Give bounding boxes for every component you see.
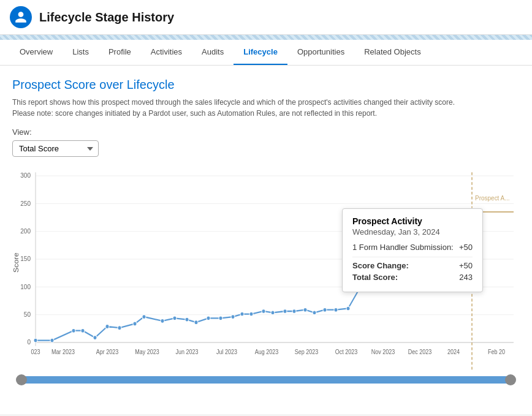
svg-text:250: 250	[20, 199, 31, 207]
svg-point-32	[207, 316, 210, 320]
svg-text:Nov 2023: Nov 2023	[371, 349, 395, 356]
svg-text:Jun 2023: Jun 2023	[175, 349, 198, 356]
svg-point-27	[142, 315, 146, 319]
svg-point-38	[271, 311, 275, 315]
svg-text:Apr 2023: Apr 2023	[96, 349, 119, 356]
tab-opportunities[interactable]: Opportunities	[287, 40, 354, 65]
svg-point-23	[93, 336, 97, 340]
page-title: Lifecycle Stage History	[39, 10, 174, 25]
chart-scrollbar-thumb[interactable]	[18, 376, 514, 384]
svg-point-34	[231, 315, 235, 319]
app-header: Lifecycle Stage History	[0, 0, 532, 35]
tooltip-total-value: 243	[459, 273, 473, 282]
section-title: Prospect Score over Lifecycle	[12, 78, 520, 92]
svg-text:Aug 2023: Aug 2023	[255, 349, 279, 356]
tooltip-form-row: 1 Form Handler Submission: +50	[352, 243, 473, 252]
scrollbar-handle-right[interactable]	[505, 374, 516, 385]
svg-text:150: 150	[20, 255, 31, 263]
svg-point-44	[334, 308, 338, 312]
svg-text:2024: 2024	[447, 349, 460, 356]
svg-text:May 2023: May 2023	[135, 349, 159, 356]
tooltip-form-value: +50	[459, 243, 473, 252]
tooltip-score-label: Score Change:	[352, 261, 409, 270]
tab-lifecycle[interactable]: Lifecycle	[234, 40, 287, 65]
deco-band	[0, 35, 532, 40]
tooltip-form-label: 1 Form Handler Submission:	[352, 243, 454, 252]
view-select[interactable]: Total Score Behavioral Score Profile Sco…	[12, 140, 99, 157]
tooltip-divider	[352, 257, 473, 257]
scrollbar-handle-left[interactable]	[16, 374, 27, 385]
tab-activities[interactable]: Activities	[141, 40, 192, 65]
svg-text:Mar 2023: Mar 2023	[51, 349, 75, 356]
svg-text:023: 023	[31, 349, 40, 356]
tab-profile[interactable]: Profile	[99, 40, 141, 65]
main-content: Prospect Score over Lifecycle This repor…	[0, 66, 532, 414]
svg-point-35	[240, 312, 244, 316]
svg-text:200: 200	[20, 227, 31, 235]
svg-point-25	[118, 326, 121, 330]
svg-point-42	[313, 311, 316, 315]
svg-text:Feb 20: Feb 20	[488, 349, 505, 356]
svg-point-19	[34, 338, 37, 342]
svg-point-26	[133, 322, 137, 326]
svg-text:Oct 2023: Oct 2023	[335, 349, 357, 356]
svg-point-22	[81, 328, 85, 333]
svg-text:300: 300	[20, 172, 31, 180]
svg-point-21	[72, 328, 75, 333]
tab-lists[interactable]: Lists	[63, 40, 99, 65]
svg-text:100: 100	[20, 282, 31, 290]
tooltip-total-label: Total Score:	[352, 273, 398, 282]
chart-scrollbar-track[interactable]	[18, 376, 514, 384]
nav-tabs: Overview Lists Profile Activities Audits…	[0, 40, 532, 66]
tooltip-total-score-row: Total Score: 243	[352, 273, 473, 282]
chart-container: 300 250 200 150 100 50 0 Score Pros	[12, 165, 520, 374]
chart-tooltip: Prospect Activity Wednesday, Jan 3, 2024…	[342, 208, 483, 292]
tooltip-title: Prospect Activity	[352, 216, 473, 226]
svg-text:0: 0	[27, 338, 31, 346]
svg-point-40	[292, 309, 296, 314]
svg-text:Prospect A...: Prospect A...	[475, 194, 510, 202]
tooltip-date: Wednesday, Jan 3, 2024	[352, 227, 473, 236]
tab-overview[interactable]: Overview	[10, 40, 63, 65]
view-label: View:	[12, 127, 520, 137]
svg-text:Dec 2023: Dec 2023	[408, 349, 431, 356]
svg-text:Jul 2023: Jul 2023	[216, 349, 237, 356]
svg-point-45	[346, 306, 350, 311]
svg-point-20	[50, 338, 54, 342]
svg-point-37	[262, 309, 265, 314]
avatar-icon	[10, 6, 32, 28]
tab-related-objects[interactable]: Related Objects	[354, 40, 431, 65]
tooltip-score-change-row: Score Change: +50	[352, 261, 473, 270]
svg-text:50: 50	[24, 310, 31, 318]
tab-audits[interactable]: Audits	[192, 40, 234, 65]
svg-point-28	[161, 319, 164, 323]
svg-text:Score: Score	[12, 252, 20, 273]
svg-point-41	[303, 308, 307, 312]
svg-point-30	[185, 317, 189, 322]
svg-point-24	[105, 325, 109, 329]
tooltip-score-value: +50	[459, 261, 473, 270]
svg-point-39	[283, 309, 287, 314]
svg-point-33	[219, 316, 222, 320]
svg-point-31	[194, 320, 198, 325]
svg-point-36	[249, 312, 253, 316]
svg-text:Sep 2023: Sep 2023	[295, 349, 319, 356]
description-text: This report shows how this prospect move…	[12, 97, 520, 119]
svg-point-29	[173, 316, 177, 320]
svg-point-43	[323, 308, 327, 312]
